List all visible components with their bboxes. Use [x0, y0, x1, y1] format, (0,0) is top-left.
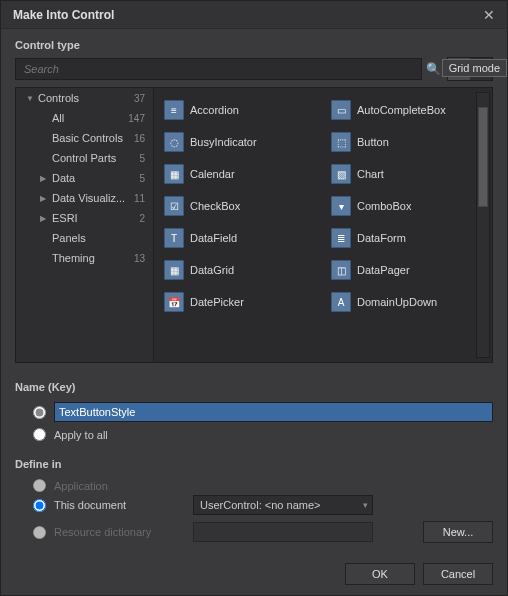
control-item[interactable]: ▦Calendar — [158, 160, 321, 188]
control-item-label: Calendar — [190, 168, 235, 180]
resource-dict-combobox — [193, 522, 373, 542]
application-label: Application — [54, 480, 108, 492]
resource-dict-label: Resource dictionary — [54, 526, 151, 538]
cancel-button[interactable]: Cancel — [423, 563, 493, 585]
define-in-label: Define in — [15, 458, 493, 470]
control-icon: ≣ — [331, 228, 351, 248]
apply-all-label: Apply to all — [54, 429, 108, 441]
search-icon: 🔍 — [426, 62, 441, 76]
control-item[interactable]: ▦DataGrid — [158, 256, 321, 284]
scope-combobox-value: UserControl: <no name> — [200, 499, 320, 511]
this-document-label: This document — [54, 499, 126, 511]
control-item-label: DataForm — [357, 232, 406, 244]
control-icon: ⬚ — [331, 132, 351, 152]
search-input[interactable] — [15, 58, 422, 80]
control-icon: ▾ — [331, 196, 351, 216]
control-item-label: CheckBox — [190, 200, 240, 212]
control-grid: ≡Accordion▭AutoCompleteBox◌BusyIndicator… — [154, 88, 492, 362]
tree-item[interactable]: Control Parts5 — [16, 148, 153, 168]
control-item[interactable]: TDataField — [158, 224, 321, 252]
ok-button[interactable]: OK — [345, 563, 415, 585]
control-item[interactable]: ADomainUpDown — [325, 288, 488, 316]
control-type-label: Control type — [15, 39, 493, 51]
control-icon: ▦ — [164, 260, 184, 280]
category-tree: ▼Controls37All147Basic Controls16Control… — [16, 88, 154, 362]
control-item-label: Button — [357, 136, 389, 148]
new-button[interactable]: New... — [423, 521, 493, 543]
apply-all-radio[interactable] — [33, 428, 46, 441]
control-item[interactable]: ≡Accordion — [158, 96, 321, 124]
control-item[interactable]: ▭AutoCompleteBox — [325, 96, 488, 124]
control-item[interactable]: ≣DataForm — [325, 224, 488, 252]
tree-item[interactable]: Basic Controls16 — [16, 128, 153, 148]
name-key-label: Name (Key) — [15, 381, 493, 393]
this-document-radio[interactable] — [33, 499, 46, 512]
scope-combobox[interactable]: UserControl: <no name> ▾ — [193, 495, 373, 515]
close-icon[interactable]: ✕ — [479, 7, 499, 23]
control-item-label: BusyIndicator — [190, 136, 257, 148]
control-icon: ◫ — [331, 260, 351, 280]
control-item-label: DataGrid — [190, 264, 234, 276]
control-icon: ▭ — [331, 100, 351, 120]
control-icon: 📅 — [164, 292, 184, 312]
tree-item[interactable]: Theming13 — [16, 248, 153, 268]
control-icon: ☑ — [164, 196, 184, 216]
tree-item[interactable]: All147 — [16, 108, 153, 128]
tree-item[interactable]: Panels — [16, 228, 153, 248]
scrollbar[interactable] — [476, 92, 490, 358]
control-item-label: AutoCompleteBox — [357, 104, 446, 116]
control-icon: A — [331, 292, 351, 312]
resource-dict-radio — [33, 526, 46, 539]
control-item[interactable]: ☑CheckBox — [158, 192, 321, 220]
tree-item[interactable]: ▶ESRI2 — [16, 208, 153, 228]
control-icon: ◌ — [164, 132, 184, 152]
chevron-down-icon: ▾ — [363, 500, 368, 510]
name-radio[interactable] — [33, 406, 46, 419]
control-icon: ▧ — [331, 164, 351, 184]
control-item[interactable]: ◫DataPager — [325, 256, 488, 284]
dialog-footer: OK Cancel — [1, 555, 507, 595]
control-icon: ▦ — [164, 164, 184, 184]
control-item[interactable]: ⬚Button — [325, 128, 488, 156]
control-item-label: ComboBox — [357, 200, 411, 212]
control-icon: T — [164, 228, 184, 248]
control-item[interactable]: ▾ComboBox — [325, 192, 488, 220]
control-item-label: DomainUpDown — [357, 296, 437, 308]
grid-mode-tooltip: Grid mode — [442, 59, 507, 77]
scroll-thumb[interactable] — [478, 107, 488, 207]
control-item[interactable]: ▧Chart — [325, 160, 488, 188]
control-item-label: Chart — [357, 168, 384, 180]
control-item[interactable]: ◌BusyIndicator — [158, 128, 321, 156]
tree-item[interactable]: ▼Controls37 — [16, 88, 153, 108]
make-into-control-dialog: Make Into Control ✕ Control type 🔍 ▦ ≣ G… — [0, 0, 508, 596]
dialog-title: Make Into Control — [13, 8, 114, 22]
control-type-panel: ▼Controls37All147Basic Controls16Control… — [15, 87, 493, 363]
titlebar: Make Into Control ✕ — [1, 1, 507, 29]
control-item-label: DataField — [190, 232, 237, 244]
application-radio — [33, 479, 46, 492]
control-item-label: DatePicker — [190, 296, 244, 308]
tree-item[interactable]: ▶Data Visualiz...11 — [16, 188, 153, 208]
control-item-label: Accordion — [190, 104, 239, 116]
control-item-label: DataPager — [357, 264, 410, 276]
name-input[interactable] — [54, 402, 493, 422]
control-item[interactable]: 📅DatePicker — [158, 288, 321, 316]
tree-item[interactable]: ▶Data5 — [16, 168, 153, 188]
control-icon: ≡ — [164, 100, 184, 120]
